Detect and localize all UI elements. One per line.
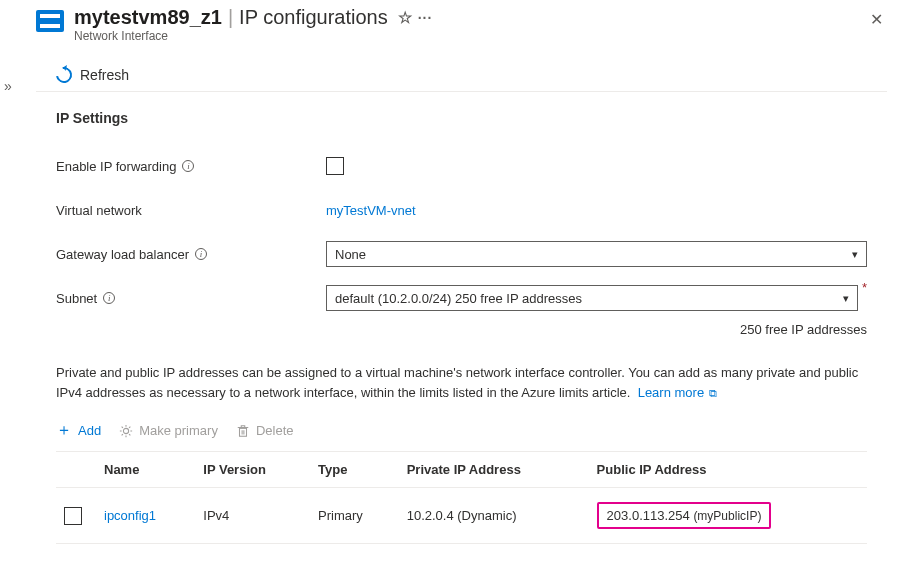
svg-rect-1	[239, 428, 246, 436]
glb-select[interactable]: None ▾	[326, 241, 867, 267]
add-button[interactable]: ＋ Add	[56, 420, 101, 441]
vnet-label: Virtual network	[56, 203, 142, 218]
vnet-link[interactable]: myTestVM-vnet	[326, 203, 416, 218]
ip-config-table: Name IP Version Type Private IP Address …	[56, 451, 867, 544]
subnet-label: Subnet	[56, 291, 97, 306]
info-icon[interactable]: i	[103, 292, 115, 304]
trash-icon	[236, 424, 250, 438]
page-title: IP configurations	[239, 6, 388, 29]
info-icon[interactable]: i	[182, 160, 194, 172]
make-primary-button: Make primary	[119, 423, 218, 438]
expand-chevron-icon[interactable]: »	[4, 78, 12, 94]
row-checkbox[interactable]	[64, 507, 82, 525]
external-link-icon: ⧉	[706, 387, 717, 399]
col-name[interactable]: Name	[96, 452, 195, 488]
table-row[interactable]: ipconfig1 IPv4 Primary 10.2.0.4 (Dynamic…	[56, 488, 867, 544]
public-ip-value: 203.0.113.254	[607, 508, 690, 523]
subnet-select[interactable]: default (10.2.0.0/24) 250 free IP addres…	[326, 285, 858, 311]
ip-forwarding-label: Enable IP forwarding	[56, 159, 176, 174]
info-icon[interactable]: i	[195, 248, 207, 260]
glb-label: Gateway load balancer	[56, 247, 189, 262]
network-interface-icon	[36, 10, 64, 32]
glb-value: None	[335, 247, 366, 262]
blade-header: mytestvm89_z1 | IP configurations ☆ ··· …	[36, 6, 887, 43]
public-ip-highlight: 203.0.113.254 (myPublicIP)	[597, 502, 772, 529]
plus-icon: ＋	[56, 420, 72, 441]
description-text: Private and public IP addresses can be a…	[56, 363, 867, 402]
gear-icon	[119, 424, 133, 438]
close-icon[interactable]: ✕	[866, 6, 887, 33]
required-indicator: *	[862, 280, 867, 295]
favorite-star-icon[interactable]: ☆	[398, 8, 412, 27]
delete-button: Delete	[236, 423, 294, 438]
make-primary-label: Make primary	[139, 423, 218, 438]
col-type[interactable]: Type	[310, 452, 399, 488]
ip-forwarding-checkbox[interactable]	[326, 157, 344, 175]
chevron-down-icon: ▾	[843, 292, 849, 305]
chevron-down-icon: ▾	[852, 248, 858, 261]
description-body: Private and public IP addresses can be a…	[56, 365, 858, 400]
type-cell: Primary	[310, 488, 399, 544]
refresh-button[interactable]: Refresh	[80, 67, 129, 83]
title-separator: |	[228, 6, 233, 29]
col-private-ip[interactable]: Private IP Address	[399, 452, 589, 488]
section-title: IP Settings	[56, 110, 867, 126]
col-ip-version[interactable]: IP Version	[195, 452, 310, 488]
ipconfig-name-link[interactable]: ipconfig1	[104, 508, 156, 523]
subnet-value: default (10.2.0.0/24) 250 free IP addres…	[335, 291, 582, 306]
resource-type-subtitle: Network Interface	[74, 29, 856, 43]
refresh-icon[interactable]	[53, 64, 75, 86]
more-actions-icon[interactable]: ···	[418, 10, 433, 26]
resource-name: mytestvm89_z1	[74, 6, 222, 29]
svg-point-0	[124, 428, 129, 433]
delete-label: Delete	[256, 423, 294, 438]
col-select	[56, 452, 96, 488]
public-ip-name: (myPublicIP)	[693, 509, 761, 523]
add-label: Add	[78, 423, 101, 438]
private-ip-cell: 10.2.0.4 (Dynamic)	[399, 488, 589, 544]
col-public-ip[interactable]: Public IP Address	[589, 452, 867, 488]
ip-version-cell: IPv4	[195, 488, 310, 544]
toolbar-separator	[36, 91, 887, 92]
subnet-hint: 250 free IP addresses	[56, 322, 867, 337]
learn-more-link[interactable]: Learn more ⧉	[638, 385, 718, 400]
